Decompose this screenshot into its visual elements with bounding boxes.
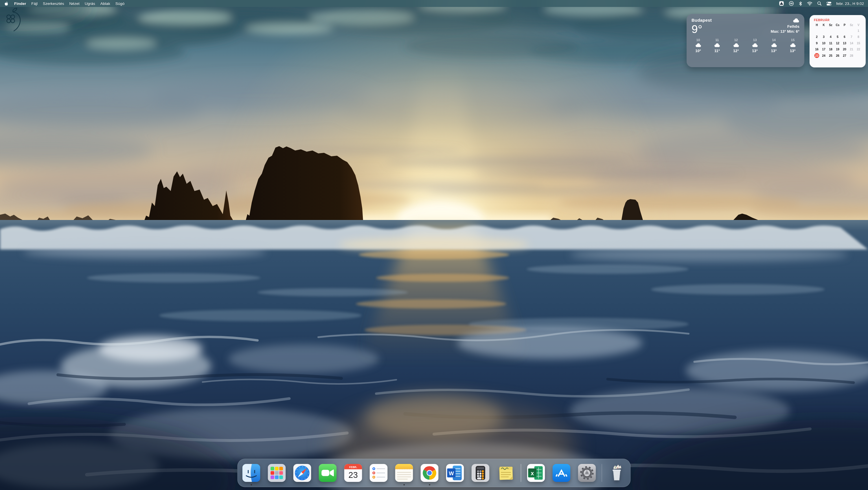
- svg-text:23: 23: [348, 470, 358, 480]
- apple-menu[interactable]: [4, 1, 8, 6]
- dock-stickies[interactable]: [497, 464, 515, 482]
- dock-system-settings[interactable]: [578, 464, 596, 482]
- calendar-day: [834, 28, 841, 34]
- calendar-day: 15: [855, 40, 862, 46]
- dock-calendar[interactable]: FEBR. 23: [344, 464, 362, 482]
- hour-label: 10: [696, 38, 700, 42]
- svg-text:x: x: [531, 470, 534, 477]
- calendar-day: 22: [855, 46, 862, 52]
- hour-temp: 13°: [790, 49, 796, 53]
- calendar-day: 24: [820, 53, 827, 58]
- stickies-icon: [497, 464, 515, 482]
- adobe-creative-cloud-icon[interactable]: [789, 1, 794, 6]
- chrome-icon: [421, 464, 439, 482]
- calendar-day: [820, 28, 827, 34]
- calendar-day: 26: [834, 53, 841, 58]
- dock-chrome[interactable]: [421, 464, 439, 482]
- calendar-day: 2: [813, 34, 820, 40]
- launchpad-icon: [268, 464, 286, 482]
- dock-calculator[interactable]: [472, 464, 490, 482]
- weather-hour: 10 10°: [693, 38, 703, 53]
- calendar-month-label: FEBRUÁR: [814, 18, 862, 22]
- menu-fajl[interactable]: Fájl: [31, 1, 38, 6]
- menu-ablak[interactable]: Ablak: [100, 1, 110, 6]
- apple-icon: [4, 1, 8, 6]
- notes-icon: [395, 464, 413, 482]
- trash-full-icon: [608, 464, 626, 482]
- calendar-day: 14: [848, 40, 855, 46]
- finder-icon: [243, 464, 260, 482]
- menu-app-finder[interactable]: Finder: [14, 1, 26, 6]
- calendar-day: 27: [841, 53, 848, 58]
- cloud-icon: [771, 43, 777, 47]
- weather-temperature: 9°: [691, 24, 712, 35]
- calendar-day: 1: [855, 28, 862, 34]
- dock: FEBR. 23: [238, 459, 631, 487]
- menu-nezet[interactable]: Nézet: [69, 1, 80, 6]
- dock-finder[interactable]: [243, 464, 260, 482]
- facetime-icon: [319, 464, 337, 482]
- svg-text:W: W: [449, 470, 454, 477]
- calendar-day: 13: [841, 40, 848, 46]
- calendar-day: [848, 28, 855, 34]
- dock-facetime[interactable]: [319, 464, 337, 482]
- wallpaper-ocean-sunset: [0, 0, 868, 490]
- menu-bar: Finder Fájl Szerkesztés Nézet Ugrás Abla…: [0, 0, 868, 7]
- calendar-day: 19: [834, 46, 841, 52]
- calendar-day: 12: [834, 40, 841, 46]
- hour-label: 11: [715, 38, 719, 42]
- wifi-icon[interactable]: [807, 1, 812, 6]
- excel-icon: x: [527, 464, 545, 482]
- calendar-day: 3: [820, 34, 827, 40]
- dock-separator: [521, 464, 521, 482]
- hour-temp: 10°: [695, 49, 701, 53]
- svg-text:FEBR.: FEBR.: [349, 466, 357, 468]
- calendar-day: 21: [848, 46, 855, 52]
- calendar-day: 4: [827, 34, 834, 40]
- calendar-day: 8: [855, 34, 862, 40]
- calendar-day: 11: [827, 40, 834, 46]
- weather-high-low: Max: 13° Min: 6°: [771, 29, 799, 34]
- triangle-app-icon[interactable]: [779, 1, 784, 6]
- hour-temp: 13°: [752, 49, 758, 53]
- weather-hour: 13 13°: [750, 38, 760, 53]
- weather-hour: 14 13°: [769, 38, 779, 53]
- menu-szerkesztes[interactable]: Szerkesztés: [43, 1, 64, 6]
- weather-widget[interactable]: Budapest 9° Felhős Max: 13° Min: 6° 10 1…: [687, 14, 804, 67]
- bluetooth-icon[interactable]: [799, 1, 802, 6]
- calendar-day: [855, 53, 862, 58]
- calendar-day: 25: [827, 53, 834, 58]
- dock-reminders[interactable]: [370, 464, 388, 482]
- hour-label: 15: [791, 38, 795, 42]
- dock-word[interactable]: W: [446, 464, 464, 482]
- calendar-weekday-label: H: [813, 23, 820, 27]
- calendar-day: 9: [813, 40, 820, 46]
- dock-launchpad[interactable]: [268, 464, 286, 482]
- calendar-weekday-label: Sz: [848, 23, 855, 27]
- calendar-day: [813, 28, 820, 34]
- spotlight-search-icon[interactable]: [817, 1, 822, 6]
- calendar-weekday-label: Cs: [834, 23, 841, 27]
- menubar-clock[interactable]: febr. 23., H 9:02: [836, 1, 864, 6]
- hour-temp: 13°: [771, 49, 777, 53]
- calendar-widget[interactable]: FEBRUÁR HKSzCsPSzV1234567891011121314151…: [810, 15, 866, 67]
- calendar-weekday-label: V: [855, 23, 862, 27]
- system-settings-icon: [578, 464, 596, 482]
- dock-app-store[interactable]: [552, 464, 570, 482]
- dock-excel[interactable]: x: [527, 464, 545, 482]
- cloud-icon: [695, 43, 701, 47]
- dock-safari[interactable]: [293, 464, 311, 482]
- weather-hourly-row: 10 10° 11 11° 12 12° 13 13° 14 13° 15 13…: [687, 35, 804, 53]
- calendar-day: 10: [820, 40, 827, 46]
- calendar-weekday-label: P: [841, 23, 848, 27]
- calculator-icon: [472, 464, 490, 482]
- hour-temp: 11°: [714, 49, 720, 53]
- menu-sugo[interactable]: Súgó: [116, 1, 125, 6]
- calendar-day: 28: [848, 53, 855, 58]
- calendar-weekday-label: K: [820, 23, 827, 27]
- menu-ugras[interactable]: Ugrás: [85, 1, 95, 6]
- dock-notes[interactable]: [395, 464, 413, 482]
- dock-trash[interactable]: [608, 464, 626, 482]
- calendar-day: [841, 28, 848, 34]
- control-center-icon[interactable]: [826, 1, 832, 6]
